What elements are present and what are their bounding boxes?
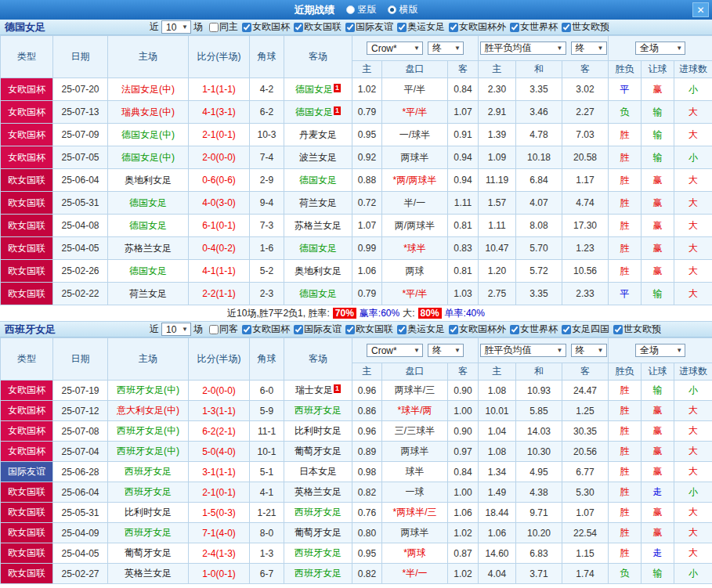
avg-draw-cell: 6.84	[516, 169, 562, 192]
result-handicap-cell: 赢	[642, 401, 674, 421]
result-handicap-cell: 走	[642, 482, 674, 503]
competition-filter[interactable]: 国际友谊	[294, 323, 342, 336]
competition-badge: 欧女国联	[1, 503, 53, 523]
odds-away-cell: 0.84	[448, 78, 479, 101]
competition-checkbox[interactable]	[242, 325, 251, 334]
competition-filter[interactable]: 女世界杯	[510, 20, 558, 34]
avg-time-select[interactable]: 终 ▼	[571, 344, 607, 357]
competition-filter[interactable]: 欧女国联	[345, 323, 393, 336]
competition-filter[interactable]: 女欧国杯	[242, 20, 290, 34]
competition-filter[interactable]: 女足四国	[562, 323, 609, 336]
competition-checkbox[interactable]	[294, 325, 303, 334]
competition-badge: 女欧国杯	[1, 421, 53, 442]
competition-checkbox[interactable]	[613, 325, 623, 334]
competition-checkbox[interactable]	[242, 23, 251, 32]
same-venue-filter[interactable]: 同主	[209, 20, 238, 34]
away-team-name: 荷兰女足	[299, 197, 337, 208]
col-avg-home: 主	[479, 363, 516, 381]
away-team-name: 德国女足	[299, 175, 337, 186]
competition-checkbox[interactable]	[510, 325, 519, 334]
competition-label: 女欧国杯外	[459, 20, 506, 34]
same-venue-checkbox[interactable]	[209, 325, 219, 334]
home-team-name: 意大利女足(中)	[117, 405, 179, 416]
competition-checkbox[interactable]	[449, 23, 458, 32]
corners-cell: 4-1	[250, 482, 284, 503]
period-select[interactable]: 全场 ▼	[635, 344, 685, 357]
competition-checkbox[interactable]	[397, 23, 407, 32]
odds-home-cell: 0.72	[352, 192, 382, 215]
col-corner: 角球	[250, 338, 284, 381]
recent-count-select[interactable]: 10 ▼	[161, 323, 191, 336]
handicap-cell: *两球半/三	[382, 503, 448, 523]
chevron-down-icon: ▼	[598, 347, 604, 354]
competition-filter[interactable]: 女欧国杯	[242, 323, 290, 336]
avg-odds-select[interactable]: 胜平负均值 ▼	[480, 41, 566, 55]
competition-checkbox[interactable]	[562, 325, 571, 334]
period-select[interactable]: 全场 ▼	[635, 41, 685, 55]
layout-radio-horizontal[interactable]: 横版	[388, 3, 418, 16]
odds-time-select[interactable]: 终 ▼	[428, 344, 464, 357]
avg-home-cell: 1.08	[479, 381, 516, 401]
result-handicap-cell: 输	[642, 283, 674, 305]
odds-company-select[interactable]: Crow* ▼	[367, 344, 423, 357]
away-team-cell: 英格兰女足	[284, 482, 352, 503]
competition-checkbox[interactable]	[449, 325, 458, 334]
avg-time-value: 终	[576, 344, 585, 357]
avg-home-cell: 1.09	[479, 146, 516, 169]
competition-checkbox[interactable]	[562, 23, 571, 32]
competition-filter[interactable]: 欧女国联	[294, 20, 342, 34]
competition-checkbox[interactable]	[294, 23, 303, 32]
radio-selected-icon[interactable]	[388, 5, 396, 14]
sections-container: 德国女足 近 10 ▼ 场 同主 女欧国杯欧女国联国际友谊奥运女足女欧国杯外女世…	[0, 20, 712, 584]
result-goals-cell: 大	[674, 543, 712, 564]
odds-company-select[interactable]: Crow* ▼	[367, 41, 423, 55]
competition-filter[interactable]: 女欧国杯外	[449, 20, 506, 34]
matches-table: 类型 日期 主场 比分(半场) 角球 客场 Crow* ▼ 终	[0, 35, 712, 305]
same-venue-checkbox[interactable]	[209, 23, 219, 32]
competition-checkbox[interactable]	[345, 325, 355, 334]
odds-time-select[interactable]: 终 ▼	[428, 41, 464, 55]
competition-filter[interactable]: 世女欧预	[562, 20, 609, 34]
odds-away-cell: 0.81	[448, 215, 479, 237]
match-row: 欧女国联 25-05-31 比利时女足 1-5(0-3) 1-21 西班牙女足 …	[1, 503, 712, 523]
competition-filter[interactable]: 世女欧预	[613, 323, 661, 336]
result-wdl-cell: 胜	[609, 421, 642, 442]
score-cell: 4-0(3-0)	[189, 192, 250, 215]
odds-away-cell: 0.94	[448, 169, 479, 192]
close-button[interactable]: ✕	[692, 2, 709, 17]
competition-filter[interactable]: 奥运女足	[397, 323, 445, 336]
col-goals: 进球数	[674, 61, 712, 78]
avg-home-cell: 1.34	[479, 462, 516, 482]
competition-filter[interactable]: 女欧国杯外	[449, 323, 506, 336]
same-venue-filter[interactable]: 同客	[209, 323, 238, 336]
chevron-down-icon: ▼	[598, 45, 604, 52]
layout-radio-vertical[interactable]: 竖版	[346, 3, 377, 16]
recent-count-select[interactable]: 10 ▼	[161, 20, 191, 34]
score-cell: 4-1(1-1)	[189, 260, 250, 283]
match-row: 女欧国杯 25-07-04 西班牙女足(中) 5-0(4-0) 10-1 葡萄牙…	[1, 442, 712, 462]
competition-filter[interactable]: 国际友谊	[345, 20, 393, 34]
avg-draw-cell: 3.35	[516, 78, 562, 101]
odds-away-cell: 0.90	[448, 421, 479, 442]
avg-time-select[interactable]: 终 ▼	[571, 41, 607, 55]
competition-checkbox[interactable]	[345, 23, 355, 32]
radio-icon[interactable]	[346, 5, 355, 14]
avg-away-cell: 7.03	[562, 124, 609, 146]
recent-results-panel: 近期战绩 竖版 横版 ✕ 德国女足 近 10 ▼ 场 同主 女欧国杯欧女国联国	[0, 0, 712, 588]
competition-checkbox[interactable]	[510, 23, 519, 32]
score-cell: 7-1(4-0)	[189, 523, 250, 543]
section-filter-bar: 德国女足 近 10 ▼ 场 同主 女欧国杯欧女国联国际友谊奥运女足女欧国杯外女世…	[0, 20, 712, 35]
handicap-cell: 两球半/三	[382, 381, 448, 401]
corners-cell: 1-21	[250, 503, 284, 523]
odds-away-cell: 1.02	[448, 564, 479, 584]
home-team-cell: 荷兰女足	[108, 283, 189, 305]
competition-filter[interactable]: 女世界杯	[510, 323, 558, 336]
score-cell: 2-4(1-3)	[189, 543, 250, 564]
result-wdl-cell: 胜	[609, 169, 642, 192]
chevron-down-icon: ▼	[414, 45, 420, 52]
avg-odds-select[interactable]: 胜平负均值 ▼	[480, 344, 566, 357]
result-goals-cell: 小	[674, 381, 712, 401]
competition-checkbox[interactable]	[397, 325, 407, 334]
competition-filter[interactable]: 奥运女足	[397, 20, 445, 34]
handicap-cell: *两球	[382, 543, 448, 564]
